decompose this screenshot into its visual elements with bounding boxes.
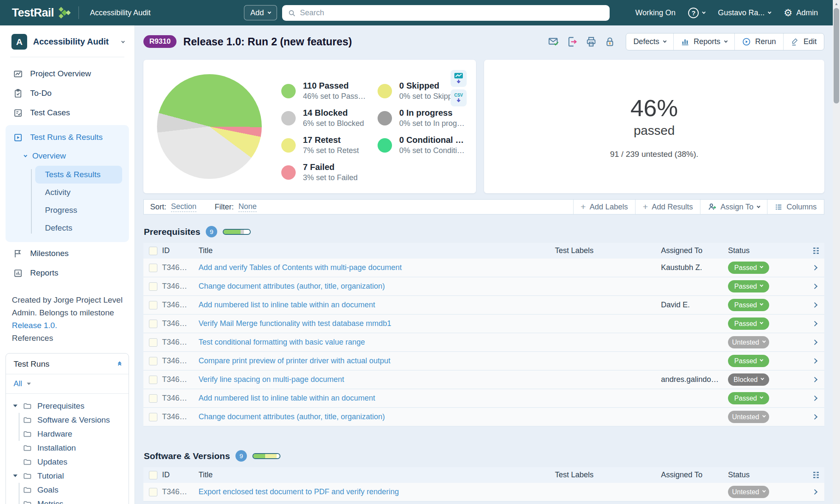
row-checkbox[interactable] xyxy=(149,264,157,272)
email-report-icon[interactable] xyxy=(548,36,560,47)
sidebar-item-tests-results[interactable]: Tests & Results xyxy=(35,166,122,184)
row-checkbox[interactable] xyxy=(149,488,157,496)
download-csv-button[interactable]: CSV xyxy=(451,89,467,106)
search-input[interactable]: Search xyxy=(282,5,610,21)
sidebar-item-activity[interactable]: Activity xyxy=(35,184,122,201)
status-dropdown[interactable]: Passed xyxy=(728,280,769,292)
reports-dropdown[interactable]: Reports xyxy=(673,33,734,50)
row-open-chevron-icon[interactable] xyxy=(813,284,824,288)
row-open-chevron-icon[interactable] xyxy=(813,359,824,363)
sidebar-item-milestones[interactable]: Milestones xyxy=(0,244,134,263)
sidebar-item-test-runs-results[interactable]: Test Runs & Results xyxy=(6,128,129,147)
column-header-assigned-to[interactable]: Assigned To xyxy=(661,246,728,255)
column-header-assigned-to[interactable]: Assigned To xyxy=(661,471,728,479)
status-dropdown[interactable]: Passed xyxy=(728,355,769,367)
column-header-status[interactable]: Status xyxy=(728,246,813,255)
test-row[interactable]: T346… Add and verify Tables of Contents … xyxy=(143,259,824,277)
defects-dropdown[interactable]: Defects xyxy=(626,33,673,50)
sidebar-item-reports[interactable]: Reports xyxy=(0,263,134,283)
sidebar-item-test-cases[interactable]: Test Cases xyxy=(0,103,134,123)
test-row[interactable]: T346… Compare print preview of printer d… xyxy=(143,352,824,370)
tree-item[interactable]: Updates xyxy=(6,455,129,469)
lock-icon[interactable] xyxy=(604,36,616,47)
row-checkbox[interactable] xyxy=(149,394,157,403)
select-all-checkbox[interactable] xyxy=(149,471,157,479)
test-row[interactable]: T346… Test conditional formatting with b… xyxy=(143,333,824,352)
project-selector[interactable]: A Accessibility Audit xyxy=(0,25,134,57)
grid-columns-icon[interactable] xyxy=(813,247,824,254)
columns-button[interactable]: Columns xyxy=(767,200,824,214)
filter-value-link[interactable]: None xyxy=(238,202,257,212)
status-dropdown[interactable]: Untested xyxy=(728,486,769,498)
test-row[interactable]: T346… Change document attributes (author… xyxy=(143,408,824,426)
user-menu[interactable]: Gustavo Ra... xyxy=(718,8,771,17)
column-header-status[interactable]: Status xyxy=(728,471,813,479)
row-open-chevron-icon[interactable] xyxy=(813,322,824,326)
test-row[interactable]: T346… Add numbered list to inline table … xyxy=(143,296,824,315)
sidebar-item-todo[interactable]: To-Do xyxy=(0,84,134,103)
column-header-id[interactable]: ID xyxy=(162,246,199,255)
test-title-link[interactable]: Change document attributes (author, titl… xyxy=(199,412,555,421)
test-title-link[interactable]: Test conditional formatting with basic v… xyxy=(199,338,555,347)
collapse-panel-icon[interactable] xyxy=(118,362,121,366)
status-dropdown[interactable]: Blocked xyxy=(728,373,769,386)
assign-to-dropdown[interactable]: Assign To xyxy=(700,200,767,214)
row-checkbox[interactable] xyxy=(149,282,157,291)
row-open-chevron-icon[interactable] xyxy=(813,396,824,400)
status-dropdown[interactable]: Passed xyxy=(728,317,769,330)
test-title-link[interactable]: Change document attributes (author, titl… xyxy=(199,282,555,291)
scrollbar-up-arrow-icon[interactable]: ▲ xyxy=(833,0,840,7)
row-open-chevron-icon[interactable] xyxy=(813,340,824,344)
test-title-link[interactable]: Add numbered list to inline table within… xyxy=(199,394,555,403)
tree-item[interactable]: Software & Versions xyxy=(6,413,129,427)
status-dropdown[interactable]: Passed xyxy=(728,299,769,311)
column-header-test-labels[interactable]: Test Labels xyxy=(555,246,661,255)
status-dropdown[interactable]: Passed xyxy=(728,262,769,274)
test-title-link[interactable]: Add and verify Tables of Contents with m… xyxy=(199,263,555,272)
milestone-link[interactable]: Release 1.0. xyxy=(12,321,57,330)
admin-link[interactable]: ⚙ Admin xyxy=(784,8,818,18)
sidebar-item-overview[interactable]: Overview xyxy=(6,147,129,165)
status-dropdown[interactable]: Passed xyxy=(728,392,769,404)
sort-value-link[interactable]: Section xyxy=(171,202,196,212)
working-on-link[interactable]: Working On xyxy=(636,8,676,17)
export-icon[interactable] xyxy=(567,36,578,47)
help-menu[interactable]: ? xyxy=(688,8,705,18)
rerun-button[interactable]: Rerun xyxy=(734,33,783,50)
page-scrollbar[interactable]: ▲ xyxy=(833,0,840,504)
row-open-chevron-icon[interactable] xyxy=(813,303,824,307)
runs-filter-dropdown[interactable]: All xyxy=(6,374,129,394)
tree-item[interactable]: Tutorial xyxy=(6,469,129,483)
sidebar-item-progress[interactable]: Progress xyxy=(35,201,122,219)
select-all-checkbox[interactable] xyxy=(149,247,157,255)
test-title-link[interactable]: Add numbered list to inline table within… xyxy=(199,301,555,309)
column-header-test-labels[interactable]: Test Labels xyxy=(555,471,661,479)
test-row[interactable]: T346… Verify line spacing on multi-page … xyxy=(143,370,824,389)
test-row[interactable]: T346… Change document attributes (author… xyxy=(143,277,824,296)
row-open-chevron-icon[interactable] xyxy=(813,378,824,381)
download-chart-button[interactable] xyxy=(451,70,467,87)
row-checkbox[interactable] xyxy=(149,320,157,328)
add-button[interactable]: Add xyxy=(244,5,277,20)
status-dropdown[interactable]: Untested xyxy=(728,336,769,348)
grid-columns-icon[interactable] xyxy=(813,471,824,479)
sidebar-item-project-overview[interactable]: Project Overview xyxy=(0,64,134,84)
sidebar-item-defects[interactable]: Defects xyxy=(35,219,122,237)
column-header-id[interactable]: ID xyxy=(162,471,199,479)
testrail-logo[interactable]: TestRail Accessibility Audit xyxy=(12,6,151,20)
print-icon[interactable] xyxy=(585,36,597,47)
test-row[interactable]: T346… Export enclosed test document to P… xyxy=(143,483,824,501)
test-title-link[interactable]: Verify Mail Merge functionality with tes… xyxy=(199,319,555,328)
column-header-title[interactable]: Title xyxy=(199,246,555,255)
row-open-chevron-icon[interactable] xyxy=(813,490,824,494)
tree-item[interactable]: Hardware xyxy=(6,427,129,441)
test-row[interactable]: T346… Add numbered list to inline table … xyxy=(143,389,824,408)
scrollbar-thumb[interactable] xyxy=(834,8,839,103)
edit-button[interactable]: Edit xyxy=(783,33,824,50)
add-results-button[interactable]: + Add Results xyxy=(635,200,700,214)
row-checkbox[interactable] xyxy=(149,357,157,365)
row-checkbox[interactable] xyxy=(149,301,157,309)
row-open-chevron-icon[interactable] xyxy=(813,266,824,270)
test-title-link[interactable]: Compare print preview of printer driver … xyxy=(199,356,555,365)
add-labels-button[interactable]: + Add Labels xyxy=(573,200,635,214)
